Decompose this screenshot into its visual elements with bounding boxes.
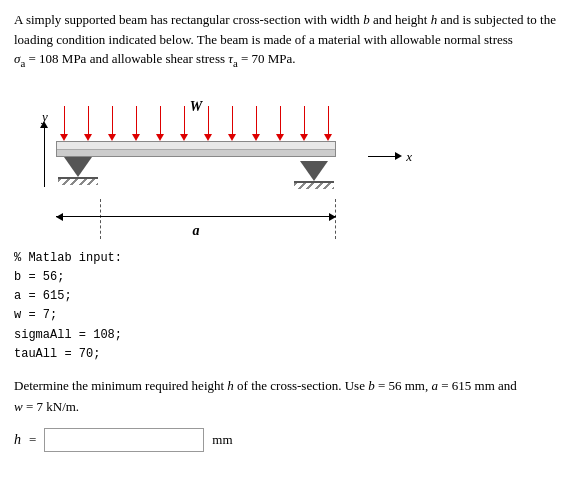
matlab-a: a = 615; xyxy=(14,287,567,306)
load-arrow xyxy=(180,106,188,141)
load-arrow xyxy=(132,106,140,141)
load-arrow xyxy=(252,106,260,141)
dimension-a: a xyxy=(56,211,336,239)
determine-prefix: Determine the minimum required height h … xyxy=(14,378,517,393)
support-right xyxy=(294,161,334,189)
answer-equals: = xyxy=(29,432,36,448)
load-arrow xyxy=(84,106,92,141)
load-arrow xyxy=(156,106,164,141)
answer-h-label: h xyxy=(14,432,21,448)
support-ground-left xyxy=(58,177,98,185)
load-arrow xyxy=(60,106,68,141)
load-arrow xyxy=(204,106,212,141)
problem-statement: A simply supported beam has rectangular … xyxy=(14,10,567,71)
a-label: a xyxy=(193,223,200,239)
determine-w: w = 7 kN/m. xyxy=(14,399,79,414)
determine-text: Determine the minimum required height h … xyxy=(14,376,567,418)
x-axis-line xyxy=(368,156,396,157)
dim-arrow xyxy=(56,211,336,223)
x-axis: x xyxy=(368,149,412,165)
load-arrow xyxy=(324,106,332,141)
dim-left-arrowhead xyxy=(56,213,63,221)
dim-right-arrowhead xyxy=(329,213,336,221)
matlab-tau: tauAll = 70; xyxy=(14,345,567,364)
w-label: W xyxy=(190,99,202,115)
dim-line xyxy=(56,216,336,217)
matlab-w: w = 7; xyxy=(14,306,567,325)
problem-text-2: loading condition indicated below. The b… xyxy=(14,32,513,47)
support-triangle-right xyxy=(300,161,328,181)
beam-inner xyxy=(57,142,335,150)
answer-input[interactable] xyxy=(44,428,204,452)
x-label: x xyxy=(406,149,412,165)
answer-unit: mm xyxy=(212,432,232,448)
support-left xyxy=(58,157,98,185)
problem-text-1: A simply supported beam has rectangular … xyxy=(14,12,556,27)
diagram: y W xyxy=(24,79,384,239)
load-arrow xyxy=(276,106,284,141)
load-arrows: W xyxy=(56,101,336,141)
y-axis-line xyxy=(44,127,45,187)
load-arrow xyxy=(228,106,236,141)
load-arrow xyxy=(300,106,308,141)
beam-body xyxy=(56,141,336,157)
support-triangle-left xyxy=(64,157,92,177)
matlab-code: % Matlab input: b = 56; a = 615; w = 7; … xyxy=(14,249,567,364)
beam: W xyxy=(56,101,336,189)
answer-row: h = mm xyxy=(14,428,567,452)
matlab-b: b = 56; xyxy=(14,268,567,287)
supports xyxy=(56,157,336,189)
load-arrow xyxy=(108,106,116,141)
problem-text-3: σa = 108 MPa and allowable shear stress … xyxy=(14,51,296,66)
support-ground-right xyxy=(294,181,334,189)
matlab-comment: % Matlab input: xyxy=(14,249,567,268)
y-axis: y xyxy=(42,109,48,187)
matlab-sigma: sigmaAll = 108; xyxy=(14,326,567,345)
